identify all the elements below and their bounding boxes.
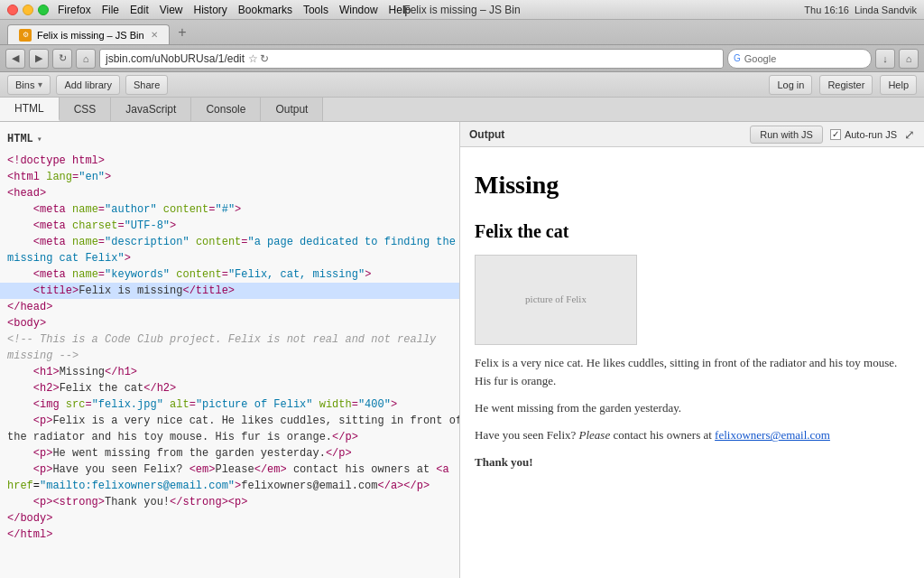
menu-bookmarks[interactable]: Bookmarks <box>238 4 292 16</box>
menu-file[interactable]: File <box>102 4 119 16</box>
browser-tabbar: ⚙ Felix is missing – JS Bin ✕ + <box>0 20 924 45</box>
search-bar[interactable]: G Google <box>727 49 872 69</box>
user-display: Linda Sandvik <box>855 5 917 15</box>
output-p3: Have you seen Felix? Please contact his … <box>475 426 910 444</box>
tab-css[interactable]: CSS <box>60 98 112 121</box>
share-btn[interactable]: Share <box>125 75 168 95</box>
output-panel: Output Run with JS ✓ Auto-run JS ⤢ Missi… <box>460 122 924 578</box>
home-btn[interactable]: ⌂ <box>76 49 96 69</box>
tab-javascript[interactable]: JavaScript <box>111 98 191 121</box>
browser-addressbar: ◀ ▶ ↻ ⌂ jsbin.com/uNobURUsa/1/edit ☆ ↻ G… <box>0 45 924 72</box>
star-icon[interactable]: ☆ <box>248 52 258 65</box>
output-p2: He went missing from the garden yesterda… <box>475 399 910 417</box>
code-line[interactable]: <!-- This is a Code Club project. Felix … <box>0 331 459 348</box>
tab-favicon: ⚙ <box>19 29 32 42</box>
menu-tools[interactable]: Tools <box>303 4 328 16</box>
address-bar[interactable]: jsbin.com/uNobURUsa/1/edit ☆ ↻ <box>99 49 724 69</box>
code-line[interactable]: <meta name="author" content="#"> <box>0 201 459 218</box>
login-label: Log in <box>777 79 804 90</box>
output-header: Output Run with JS ✓ Auto-run JS ⤢ <box>460 122 924 147</box>
output-p4-strong: Thank you! <box>475 455 533 469</box>
minimize-window-btn[interactable] <box>23 5 33 15</box>
maximize-window-btn[interactable] <box>38 5 49 15</box>
close-window-btn[interactable] <box>7 5 18 15</box>
expand-output-icon[interactable]: ⤢ <box>904 127 915 142</box>
reload-btn[interactable]: ↻ <box>52 49 72 69</box>
menu-edit[interactable]: Edit <box>130 4 149 16</box>
code-line[interactable]: <p>Felix is a very nice cat. He likes cu… <box>0 413 459 429</box>
tab-html[interactable]: HTML <box>0 98 60 121</box>
tab-label: Felix is missing – JS Bin <box>37 30 144 41</box>
tab-close-btn[interactable]: ✕ <box>151 30 158 40</box>
code-line[interactable]: <h1>Missing</h1> <box>0 364 459 380</box>
code-line[interactable]: <img src="felix.jpg" alt="picture of Fel… <box>0 396 459 413</box>
output-title: Output <box>469 128 504 141</box>
output-p1: Felix is a very nice cat. He likes cuddl… <box>475 354 910 390</box>
add-library-btn[interactable]: Add library <box>56 75 120 95</box>
address-icons: ☆ ↻ <box>248 52 269 65</box>
code-line[interactable]: <meta name="description" content="a page… <box>0 234 459 250</box>
output-h1: Missing <box>475 165 910 206</box>
editor-header: HTML ▾ <box>0 129 459 153</box>
register-label: Register <box>827 79 864 90</box>
code-line[interactable]: </head> <box>0 299 459 315</box>
code-line[interactable]: </html> <box>0 527 459 543</box>
login-btn[interactable]: Log in <box>769 75 812 95</box>
code-line[interactable]: <meta name="keywords" content="Felix, ca… <box>0 266 459 283</box>
output-p3-before: Have you seen Felix? <box>475 428 579 442</box>
menu-firefox[interactable]: Firefox <box>58 4 91 16</box>
code-line[interactable]: <p>He went missing from the garden yeste… <box>0 445 459 461</box>
tab-console[interactable]: Console <box>191 98 261 121</box>
code-line[interactable]: <head> <box>0 185 459 201</box>
autorun-text: Auto-run JS <box>845 129 897 140</box>
help-label: Help <box>888 79 909 90</box>
code-line[interactable]: the radiator and his toy mouse. His fur … <box>0 429 459 445</box>
output-h2: Felix the cat <box>475 217 910 246</box>
back-btn[interactable]: ◀ <box>5 49 25 69</box>
main-area: HTML ▾ <!doctype html> <html lang="en"> … <box>0 122 924 578</box>
browser-tab-active[interactable]: ⚙ Felix is missing – JS Bin ✕ <box>7 24 170 44</box>
new-tab-btn[interactable]: + <box>173 23 191 42</box>
autorun-label: ✓ Auto-run JS <box>830 129 897 140</box>
search-icon: G <box>734 53 741 63</box>
bins-btn[interactable]: Bins ▾ <box>7 75 51 95</box>
run-with-js-btn[interactable]: Run with JS <box>750 126 823 144</box>
code-line[interactable]: missing --> <box>0 348 459 364</box>
os-titlebar: Firefox File Edit View History Bookmarks… <box>0 0 924 20</box>
time-display: Thu 16:16 <box>804 5 849 15</box>
code-line[interactable]: <p>Have you seen Felix? <em>Please</em> … <box>0 461 459 478</box>
code-editor[interactable]: HTML ▾ <!doctype html> <html lang="en"> … <box>0 122 460 578</box>
tab-output[interactable]: Output <box>261 98 323 121</box>
window-title: Felix is missing – JS Bin <box>403 4 520 16</box>
code-line[interactable]: <h2>Felix the cat</h2> <box>0 380 459 396</box>
menu-view[interactable]: View <box>160 4 183 16</box>
menu-window[interactable]: Window <box>339 4 378 16</box>
code-line[interactable]: <p><strong>Thank you!</strong><p> <box>0 494 459 510</box>
output-p3-link[interactable]: felixowners@email.com <box>715 428 830 442</box>
code-line[interactable]: <meta charset="UTF-8"> <box>0 218 459 234</box>
share-label: Share <box>134 79 160 90</box>
os-right-icons: Thu 16:16 Linda Sandvik <box>804 5 917 15</box>
search-placeholder: Google <box>744 53 776 64</box>
code-line[interactable]: </body> <box>0 510 459 527</box>
os-menu: Firefox File Edit View History Bookmarks… <box>58 4 411 16</box>
reload-addr-icon[interactable]: ↻ <box>260 52 269 65</box>
code-line-highlighted[interactable]: <title>Felix is missing</title> <box>0 283 459 299</box>
register-btn[interactable]: Register <box>819 75 873 95</box>
forward-btn[interactable]: ▶ <box>29 49 49 69</box>
output-p3-mid: contact his owners at <box>610 428 715 442</box>
code-line[interactable]: <body> <box>0 315 459 331</box>
autorun-checkbox[interactable]: ✓ <box>830 129 841 140</box>
menu-history[interactable]: History <box>194 4 227 16</box>
bins-label: Bins <box>15 79 34 90</box>
code-line[interactable]: <!doctype html> <box>0 153 459 169</box>
download-btn[interactable]: ↓ <box>875 49 895 69</box>
bookmark-btn[interactable]: ⌂ <box>899 49 919 69</box>
code-line[interactable]: missing cat Felix"> <box>0 250 459 266</box>
code-line[interactable]: <html lang="en"> <box>0 169 459 185</box>
editor-tabs: HTML CSS JavaScript Console Output <box>0 98 924 122</box>
output-content: Missing Felix the cat picture of Felix F… <box>460 147 924 499</box>
code-line[interactable]: href="mailto:felixowners@email.com">feli… <box>0 478 459 494</box>
image-alt-text: picture of Felix <box>525 292 587 308</box>
help-btn[interactable]: Help <box>880 75 917 95</box>
